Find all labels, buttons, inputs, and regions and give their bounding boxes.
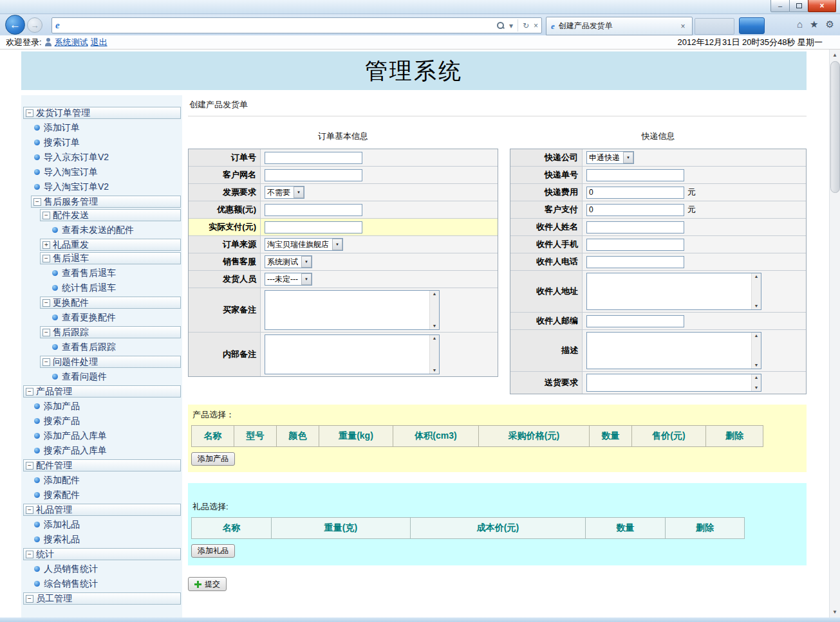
express-fee-input[interactable]	[586, 187, 684, 199]
maximize-button[interactable]	[789, 0, 808, 12]
recipient-address-textarea[interactable]	[586, 273, 761, 310]
new-tab-button[interactable]	[695, 18, 734, 35]
description-textarea[interactable]	[586, 332, 761, 369]
textarea-scrollbar[interactable]: ▲▼	[429, 291, 439, 329]
collapse-minus-icon[interactable]: −	[26, 551, 33, 558]
collapse-minus-icon[interactable]: −	[33, 198, 41, 206]
shipper-select[interactable]: ---未定---	[265, 273, 312, 286]
tools-gear-icon[interactable]: ⚙	[826, 19, 834, 29]
invoice-requirement-select[interactable]: 不需要	[265, 186, 304, 199]
delivery-requirement-textarea[interactable]	[586, 374, 761, 392]
collapse-minus-icon[interactable]: −	[42, 299, 50, 307]
add-product-button[interactable]: 添加产品	[191, 452, 235, 466]
sidebar-link-4[interactable]: 导入淘宝订单	[21, 165, 182, 179]
sidebar-group-10[interactable]: −售后退车	[40, 252, 181, 264]
sidebar-group-19[interactable]: −产品管理	[23, 385, 181, 398]
sidebar-link-31[interactable]: 人员销售统计	[21, 562, 182, 576]
stop-icon[interactable]: ×	[534, 22, 538, 30]
sidebar-link-1[interactable]: 添加订单	[21, 120, 182, 135]
order-no-input[interactable]	[265, 152, 362, 164]
sidebar-link-18[interactable]: 查看问题件	[21, 369, 182, 384]
sidebar-link-23[interactable]: 搜索产品入库单	[21, 443, 182, 458]
expand-plus-icon[interactable]: +	[42, 241, 50, 249]
tab-close-icon[interactable]: ×	[678, 22, 687, 31]
collapse-minus-icon[interactable]: −	[26, 388, 33, 396]
refresh-icon[interactable]: ↻	[523, 22, 529, 30]
sidebar-group-6[interactable]: −售后服务管理	[31, 196, 181, 208]
sidebar-link-16[interactable]: 查看售后跟踪	[21, 340, 182, 354]
collapse-minus-icon[interactable]: −	[42, 358, 50, 366]
buyer-note-textarea[interactable]	[265, 290, 440, 330]
order-source-select[interactable]: 淘宝贝瑞佳旗舰店	[265, 238, 343, 251]
recipient-phone-input[interactable]	[586, 256, 684, 268]
sidebar-link-3[interactable]: 导入京东订单V2	[21, 150, 182, 165]
home-icon[interactable]: ⌂	[797, 19, 803, 29]
collapse-minus-icon[interactable]: −	[26, 462, 33, 470]
collapse-minus-icon[interactable]: −	[42, 212, 50, 219]
search-icon[interactable]	[496, 21, 505, 30]
scrollbar-thumb[interactable]	[830, 61, 840, 193]
browser-tab[interactable]: e 创建产品发货单 ×	[546, 17, 693, 35]
sidebar-group-13[interactable]: −更换配件	[40, 297, 181, 309]
sidebar-group-7[interactable]: −配件发送	[40, 209, 181, 221]
minimize-button[interactable]: –	[770, 0, 790, 12]
back-button[interactable]: ←	[5, 15, 25, 35]
sidebar-link-32[interactable]: 综合销售统计	[21, 576, 182, 591]
window-titlebar[interactable]: – ×	[0, 0, 840, 14]
express-company-select[interactable]: 申通快递	[586, 151, 634, 164]
recipient-zip-input[interactable]	[586, 315, 684, 327]
actual-payment-input[interactable]	[265, 221, 362, 233]
customer-nickname-input[interactable]	[265, 169, 362, 181]
textarea-scrollbar[interactable]: ▲▼	[751, 273, 761, 309]
logout-link[interactable]: 退出	[91, 37, 107, 48]
submit-button[interactable]: 提交	[188, 577, 227, 591]
sidebar-group-27[interactable]: −礼品管理	[23, 504, 181, 516]
recipient-mobile-input[interactable]	[586, 239, 684, 251]
sidebar-link-2[interactable]: 搜索订单	[21, 135, 182, 150]
vertical-scrollbar[interactable]: ▲ ▼	[829, 50, 840, 617]
address-bar[interactable]: e ▾ ↻ ×	[51, 17, 542, 33]
sidebar-group-24[interactable]: −配件管理	[23, 459, 181, 471]
tracking-no-input[interactable]	[586, 169, 684, 181]
address-dropdown-icon[interactable]: ▾	[509, 22, 513, 30]
collapse-minus-icon[interactable]: −	[26, 595, 33, 603]
collapse-minus-icon[interactable]: −	[42, 329, 50, 336]
sidebar-group-17[interactable]: −问题件处理	[40, 356, 181, 368]
textarea-scrollbar[interactable]: ▲▼	[751, 374, 761, 391]
add-gift-button[interactable]: 添加礼品	[191, 544, 235, 558]
sidebar-group-30[interactable]: −统计	[23, 548, 181, 560]
sidebar-group-33[interactable]: −员工管理	[23, 592, 181, 605]
sidebar-link-5[interactable]: 导入淘宝订单V2	[21, 179, 182, 194]
sidebar-link-21[interactable]: 搜索产品	[21, 414, 182, 428]
sidebar-link-14[interactable]: 查看更换配件	[21, 310, 182, 325]
scroll-up-icon[interactable]: ▲	[830, 50, 840, 60]
sidebar-group-0[interactable]: −发货订单管理	[23, 107, 181, 119]
scroll-down-icon[interactable]: ▼	[830, 607, 840, 617]
sidebar-link-20[interactable]: 添加产品	[21, 399, 182, 414]
sidebar-link-28[interactable]: 添加礼品	[21, 517, 182, 532]
discount-input[interactable]	[265, 204, 362, 216]
user-link[interactable]: 系统测试	[55, 37, 88, 48]
address-input[interactable]	[63, 19, 493, 32]
recipient-name-input[interactable]	[586, 221, 684, 233]
favorites-star-icon[interactable]: ★	[810, 19, 818, 29]
sidebar-link-12[interactable]: 统计售后退车	[21, 280, 182, 295]
sidebar-link-26[interactable]: 搜索配件	[21, 488, 182, 502]
sales-service-select[interactable]: 系统测试	[265, 255, 312, 268]
close-button[interactable]: ×	[808, 0, 836, 12]
forward-button[interactable]: →	[27, 17, 42, 33]
customer-pay-input[interactable]	[586, 204, 684, 216]
sidebar-link-8[interactable]: 查看未发送的配件	[21, 223, 182, 237]
collapse-minus-icon[interactable]: −	[26, 506, 33, 514]
sidebar-group-15[interactable]: −售后跟踪	[40, 326, 181, 338]
textarea-scrollbar[interactable]: ▲▼	[751, 333, 761, 369]
internal-note-textarea[interactable]	[265, 334, 440, 374]
sidebar-group-9[interactable]: +礼品重发	[40, 239, 181, 251]
sidebar-link-29[interactable]: 搜索礼品	[21, 532, 182, 547]
collapse-minus-icon[interactable]: −	[42, 255, 50, 262]
collapse-minus-icon[interactable]: −	[26, 109, 33, 117]
sidebar-link-11[interactable]: 查看售后退车	[21, 266, 182, 280]
sidebar-link-22[interactable]: 添加产品入库单	[21, 428, 182, 443]
highlighted-toolbar-button[interactable]	[739, 17, 765, 34]
textarea-scrollbar[interactable]: ▲▼	[429, 335, 439, 374]
